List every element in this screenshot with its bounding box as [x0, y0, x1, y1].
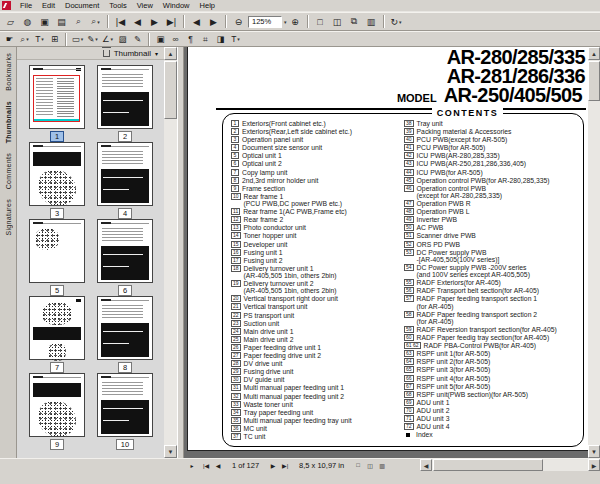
toc-item[interactable]: 3Operation panel unit: [231, 136, 401, 143]
horizontal-scrollbar-thumb[interactable]: [433, 459, 543, 471]
toc-item[interactable]: 47Operation PWB R: [404, 200, 580, 207]
thumbnail-page-6[interactable]: 6: [91, 219, 159, 296]
toc-item[interactable]: 36MC unit: [231, 425, 401, 432]
graphics-select-tool-button[interactable]: ⊞: [48, 33, 61, 46]
dropdown-arrow-icon[interactable]: ▾: [26, 36, 29, 42]
toc-item[interactable]: 57RADF Paper feeding transport section 1…: [404, 295, 580, 309]
first-page-button[interactable]: |◀: [113, 14, 128, 29]
toc-item[interactable]: 14Toner hopper unit: [231, 232, 401, 239]
toc-item[interactable]: 70ADU unit 2: [404, 407, 580, 414]
rotate-view-button[interactable]: ↻▾: [389, 14, 404, 29]
find-results-button[interactable]: ⌕▾: [88, 14, 103, 29]
toc-item[interactable]: 51Scanner drive PWB: [404, 232, 580, 239]
continuous-button[interactable]: ◫: [364, 460, 376, 471]
thumbnail-page-3[interactable]: 3: [23, 142, 91, 219]
thumbnail-number-8[interactable]: 8: [118, 362, 132, 373]
toc-item[interactable]: 71ADU unit 3: [404, 415, 580, 422]
toc-item[interactable]: 46Operation control PWB (except for AR-2…: [404, 185, 580, 199]
document-scrollbar-thumb[interactable]: [588, 61, 600, 101]
thumbnail-number-9[interactable]: 9: [50, 439, 64, 450]
toc-item[interactable]: 58RADF Paper feeding transport section 2…: [404, 311, 580, 325]
toc-item[interactable]: 20Vertical transport right door unit: [231, 295, 401, 302]
zoom-in-button[interactable]: ⊕: [288, 14, 303, 29]
crop-tool-button[interactable]: ⌗: [199, 33, 212, 46]
toc-item[interactable]: 38Tray unit: [404, 120, 580, 127]
toc-item[interactable]: 56RADF Transport belt section(for AR-405…: [404, 287, 580, 294]
sidebar-tab-comments[interactable]: Comments: [5, 153, 12, 189]
toc-item[interactable]: 55RADF Exteriors(for AR-405): [404, 279, 580, 286]
note-tool-button[interactable]: ▭▾: [71, 33, 84, 46]
toc-item[interactable]: 45Operation control PWB(for AR-280,285,3…: [404, 177, 580, 184]
form-tool-button[interactable]: ▣: [154, 33, 167, 46]
thumbnail-image-10[interactable]: [97, 373, 153, 437]
thumbnail-page-8[interactable]: 8: [91, 296, 159, 373]
last-page-button[interactable]: ▶|: [164, 14, 179, 29]
menu-document[interactable]: Document: [60, 1, 104, 10]
toc-item[interactable]: 42ICU PWB(AR-280,285,335): [404, 152, 580, 159]
toc-item[interactable]: 41PCU PWB(for AR-505): [404, 144, 580, 151]
thumbnail-scrollbar[interactable]: ▲ ▼: [164, 47, 177, 458]
panel-menu-arrow-icon[interactable]: ▾: [155, 50, 158, 57]
toc-item[interactable]: 31Multi manual paper feeding unit 1: [231, 384, 401, 391]
scroll-down-icon[interactable]: ▼: [164, 445, 177, 458]
menu-window[interactable]: Window: [158, 1, 195, 10]
fit-visible-button[interactable]: ▥: [364, 14, 379, 29]
status-last-page-button[interactable]: ▶|: [279, 460, 291, 471]
toc-item[interactable]: 6Optical unit 2: [231, 160, 401, 167]
zoom-dropdown-arrow-icon[interactable]: ▾: [284, 19, 287, 25]
thumbnail-page-9[interactable]: 9: [23, 373, 91, 450]
signature-tool-button[interactable]: ✎: [131, 33, 144, 46]
toc-item[interactable]: 35Multi manual paper feeding tray unit: [231, 417, 401, 424]
toc-item[interactable]: 16Fusing unit 1: [231, 249, 401, 256]
sidebar-tab-signatures[interactable]: Signatures: [5, 199, 12, 235]
dropdown-arrow-icon[interactable]: ▾: [95, 36, 98, 42]
toc-item[interactable]: 43ICU PWB(AR-250,281,286,336,405): [404, 160, 580, 167]
fit-width-button[interactable]: ⧉: [347, 14, 362, 29]
toc-item[interactable]: Index: [404, 431, 580, 438]
toc-item[interactable]: 28DV drive unit: [231, 360, 401, 367]
highlight-tool-button[interactable]: ∠▾: [101, 33, 114, 46]
toc-item[interactable]: 67RSPF unit 5(for AR-505): [404, 383, 580, 390]
toc-item[interactable]: 15Developer unit: [231, 241, 401, 248]
thumbnail-scrollbar-thumb[interactable]: [164, 61, 177, 119]
actual-size-button[interactable]: □: [313, 14, 328, 29]
thumbnail-page-5[interactable]: 5: [23, 219, 91, 296]
toc-item[interactable]: 30DV guide unit: [231, 376, 401, 383]
toc-item[interactable]: 48Operation PWB L: [404, 208, 580, 215]
delete-thumbnail-icon[interactable]: [103, 50, 110, 57]
touchup-text-tool-button[interactable]: T▾: [229, 33, 242, 46]
toc-item[interactable]: 39Packing material & Accessories: [404, 128, 580, 135]
thumbnail-number-1[interactable]: 1: [50, 131, 64, 142]
status-next-page-button[interactable]: ▶: [267, 460, 279, 471]
toc-item[interactable]: 22PS transport unit: [231, 312, 401, 319]
zoom-level-box[interactable]: 125%: [248, 16, 282, 28]
toc-item[interactable]: 54DC Power supply PWB -200V series (and …: [404, 264, 580, 278]
next-view-button[interactable]: ▶: [206, 14, 221, 29]
thumbnail-page-10[interactable]: 10: [91, 373, 159, 450]
thumbnail-number-2[interactable]: 2: [118, 131, 132, 142]
toc-item[interactable]: 11Rear frame 1(AC PWB,Frame etc): [231, 208, 401, 215]
thumbnail-number-5[interactable]: 5: [50, 285, 64, 296]
toc-item[interactable]: 50AC PWB: [404, 224, 580, 231]
save-button[interactable]: ▣: [37, 14, 52, 29]
menu-tools[interactable]: Tools: [104, 1, 132, 10]
thumbnail-image-3[interactable]: [29, 142, 85, 206]
scroll-up-icon[interactable]: ▲: [588, 47, 600, 60]
thumbnail-page-7[interactable]: 7: [23, 296, 91, 373]
hand-tool-button[interactable]: ☛: [3, 33, 16, 46]
status-first-page-button[interactable]: |◀: [200, 460, 212, 471]
thumbnail-image-7[interactable]: [29, 296, 85, 360]
toc-item[interactable]: 68RSPF unit(PWB section)(for AR-505): [404, 391, 580, 398]
dropdown-arrow-icon[interactable]: ▾: [97, 19, 100, 25]
pencil-tool-button[interactable]: ✎▾: [86, 33, 99, 46]
toc-item[interactable]: 18Delivery turnover unit 1 (AR-405,505 1…: [231, 265, 401, 279]
toc-item[interactable]: 7Copy lamp unit: [231, 169, 401, 176]
next-page-button[interactable]: ▶: [147, 14, 162, 29]
dropdown-arrow-icon[interactable]: ▾: [81, 36, 84, 42]
thumbnail-page-4[interactable]: 4: [91, 142, 159, 219]
toc-item[interactable]: 21Vertical transport unit: [231, 303, 401, 310]
toc-item[interactable]: 13Photo conductor unit: [231, 224, 401, 231]
thumbnail-number-7[interactable]: 7: [50, 362, 64, 373]
toc-item[interactable]: 59RADF Reversion transport section(for A…: [404, 326, 580, 333]
status-previous-page-button[interactable]: ◀: [212, 460, 224, 471]
